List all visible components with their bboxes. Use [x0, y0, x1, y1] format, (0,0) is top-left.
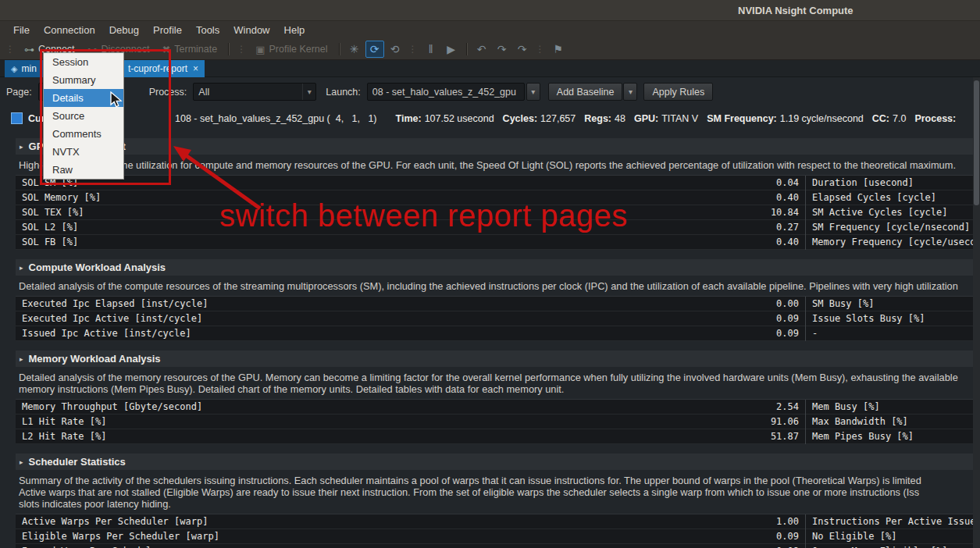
menu-item-nvtx[interactable]: NVTX: [44, 143, 123, 161]
launch-label: Launch:: [326, 87, 360, 98]
menu-connection[interactable]: Connection: [37, 21, 102, 39]
menu-item-comments[interactable]: Comments: [44, 125, 123, 143]
metric-value: 1.00: [568, 516, 805, 527]
metrics-table: Active Warps Per Scheduler [warp]1.00Ins…: [16, 514, 980, 548]
table-row: Eligible Warps Per Scheduler [warp]0.09N…: [16, 529, 980, 544]
toolbar-separator: [339, 43, 340, 55]
prev-kernel-button[interactable]: ↶: [472, 41, 491, 58]
metric-name: Executed Ipc Active [inst/cycle]: [16, 313, 568, 324]
section-title: Memory Workload Analysis: [29, 353, 161, 365]
metric-name: SOL FB [%]: [16, 237, 568, 247]
section-header[interactable]: ▸ Compute Workload Analysis: [16, 259, 980, 276]
tab-cuprof-report[interactable]: t-cuprof-report ×: [120, 60, 205, 77]
metric-name-right: Duration [usecond]: [805, 176, 980, 190]
expand-arrow-icon: ▸: [20, 355, 23, 363]
process-label: Process:: [149, 87, 187, 98]
profile-kernel-button[interactable]: ▣ Profile Kernel: [250, 41, 333, 58]
metric-value: 10.84: [568, 207, 805, 218]
vertical-scrollbar[interactable]: [973, 77, 980, 548]
metrics-table: Executed Ipc Elapsed [inst/cycle]0.00SM …: [16, 296, 980, 341]
current-result-checkbox[interactable]: [11, 112, 23, 124]
metric-name-right: SM Frequency [cycle/nsecond]: [805, 220, 980, 235]
menu-item-raw[interactable]: Raw: [44, 161, 123, 179]
page-label: Page:: [6, 87, 32, 98]
metric-name-right: Mem Pipes Busy [%]: [805, 429, 980, 444]
window-title: NVIDIA Nsight Compute: [738, 0, 853, 21]
apply-rules-button[interactable]: Apply Rules: [643, 83, 713, 101]
scrollbar-thumb[interactable]: [974, 80, 979, 205]
launch-dropdown[interactable]: 08 - set_halo_values_z_452_gpu: [367, 83, 525, 101]
toolbar-grip: ⋮: [234, 44, 248, 55]
chevron-down-icon: ▾: [302, 84, 315, 100]
pause-button[interactable]: ‖: [422, 41, 440, 58]
stat-value: 48: [615, 113, 625, 124]
metric-name: SOL Memory [%]: [16, 192, 568, 203]
capture-button[interactable]: ⚑: [549, 41, 568, 58]
section-header[interactable]: ▸ GPU Speed Of Light: [16, 138, 980, 155]
metric-name-right: Elapsed Cycles [cycle]: [805, 190, 980, 205]
metric-name: SOL TEX [%]: [16, 207, 568, 218]
metrics-table: SOL SM [%]0.04Duration [usecond] SOL Mem…: [16, 175, 980, 250]
menu-debug[interactable]: Debug: [102, 21, 146, 39]
stat-label: GPU:: [634, 113, 658, 124]
expand-arrow-icon: ▸: [20, 458, 23, 466]
terminate-button[interactable]: ✖ Terminate: [156, 41, 223, 58]
metric-name: L2 Hit Rate [%]: [16, 431, 568, 442]
freeze-api-button[interactable]: ✳: [345, 41, 364, 58]
metric-name-right: One or More Eligible [%]: [805, 544, 980, 548]
tab-label: min: [21, 63, 36, 74]
menu-profile[interactable]: Profile: [146, 21, 189, 39]
launch-dropdown-value: 08 - set_halo_values_z_452_gpu: [368, 87, 524, 98]
menu-help[interactable]: Help: [277, 21, 312, 39]
menu-item-session[interactable]: Session: [44, 53, 123, 71]
table-row: L1 Hit Rate [%]91.06Max Bandwidth [%]: [16, 415, 980, 429]
metric-name: Memory Throughput [Gbyte/second]: [16, 401, 568, 412]
launch-dropdown-arrow[interactable]: ▾: [526, 83, 540, 101]
expand-arrow-icon: ▸: [20, 264, 23, 272]
profile-kernel-icon: ▣: [255, 44, 265, 55]
menu-file[interactable]: File: [6, 21, 37, 39]
run-next-button[interactable]: ↷: [513, 41, 532, 58]
section-header[interactable]: ▸ Scheduler Statistics: [16, 454, 980, 470]
menu-item-details[interactable]: Details: [44, 89, 123, 107]
report-controls: Page: Details ▾ Process: All ▾ Launch: 0…: [0, 77, 980, 106]
metric-name: L1 Hit Rate [%]: [16, 416, 568, 427]
metric-name: Executed Ipc Elapsed [inst/cycle]: [16, 298, 568, 309]
metric-value: 0.27: [568, 222, 805, 233]
table-row: Executed Ipc Active [inst/cycle]0.09Issu…: [16, 311, 980, 326]
titlebar: NVIDIA Nsight Compute: [0, 0, 980, 21]
freeze-api-icon: ✳: [350, 43, 359, 55]
chevron-down-icon: ▾: [531, 87, 535, 96]
auto-profile-button[interactable]: ⟳: [365, 41, 384, 58]
table-row: Active Warps Per Scheduler [warp]1.00Ins…: [16, 514, 980, 529]
add-baseline-arrow[interactable]: ▾: [623, 83, 637, 101]
table-row: Issued Ipc Active [inst/cycle]0.09-: [16, 326, 980, 341]
metric-value: 0.00: [568, 298, 805, 309]
section-compute-workload-analysis: ▸ Compute Workload Analysis Detailed ana…: [16, 259, 980, 341]
section-scheduler-statistics: ▸ Scheduler Statistics Summary of the ac…: [16, 454, 980, 548]
metric-value: 2.54: [568, 401, 805, 412]
menu-item-source[interactable]: Source: [44, 107, 123, 125]
clock-control-button[interactable]: ⟲: [386, 41, 404, 58]
process-dropdown[interactable]: All ▾: [193, 83, 316, 101]
tab-label: t-cuprof-report: [128, 63, 187, 74]
menu-window[interactable]: Window: [226, 21, 276, 39]
metric-name: Active Warps Per Scheduler [warp]: [16, 516, 568, 527]
profile-kernel-label: Profile Kernel: [269, 44, 328, 55]
menu-item-summary[interactable]: Summary: [44, 71, 123, 89]
metric-name-right: No Eligible [%]: [805, 529, 980, 544]
step-button[interactable]: ▶: [442, 41, 461, 58]
step-icon: ▶: [447, 43, 455, 55]
table-row: SOL TEX [%]10.84SM Active Cycles [cycle]: [16, 205, 980, 220]
toolbar-grip: ⋮: [406, 44, 420, 55]
metric-name-right: Issue Slots Busy [%]: [805, 311, 980, 326]
section-header[interactable]: ▸ Memory Workload Analysis: [16, 351, 980, 367]
metric-name-right: SM Busy [%]: [805, 297, 980, 311]
next-kernel-icon: ↷: [497, 43, 507, 55]
menu-tools[interactable]: Tools: [189, 21, 226, 39]
stat-label: Cycles:: [503, 113, 537, 124]
close-icon[interactable]: ×: [193, 63, 198, 74]
terminate-label: Terminate: [174, 44, 217, 55]
next-kernel-button[interactable]: ↷: [493, 41, 511, 58]
add-baseline-button[interactable]: Add Baseline: [548, 83, 623, 101]
